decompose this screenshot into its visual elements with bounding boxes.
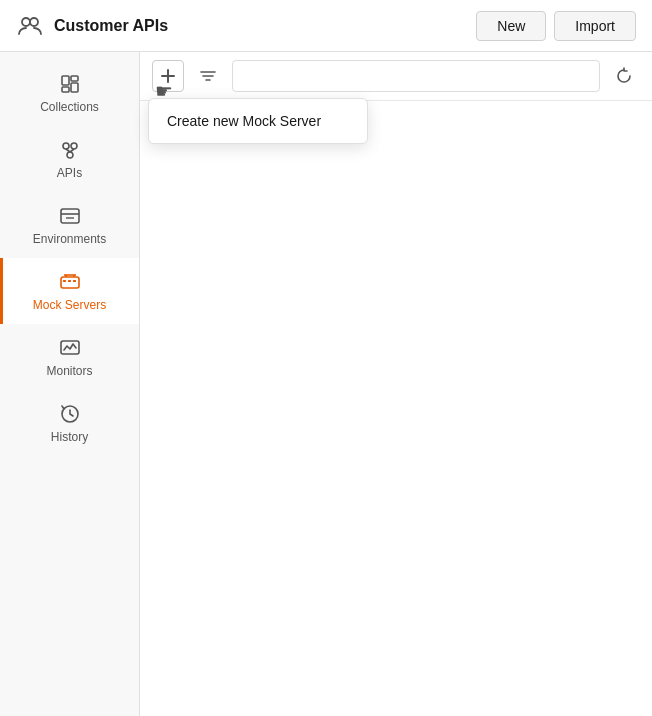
svg-rect-14 xyxy=(61,277,79,288)
avatar-icon xyxy=(16,12,44,40)
apis-icon xyxy=(58,138,82,162)
sidebar-item-collections[interactable]: Collections xyxy=(0,60,139,126)
svg-point-7 xyxy=(71,143,77,149)
sidebar-item-monitors[interactable]: Monitors xyxy=(0,324,139,390)
history-icon xyxy=(58,402,82,426)
header-left: Customer APIs xyxy=(16,12,168,40)
header: Customer APIs New Import xyxy=(0,0,652,52)
monitors-icon xyxy=(58,336,82,360)
header-buttons: New Import xyxy=(476,11,636,41)
main-layout: Collections APIs xyxy=(0,52,652,716)
sidebar-item-environments-label: Environments xyxy=(33,232,106,246)
environments-icon xyxy=(58,204,82,228)
sidebar-item-history[interactable]: History xyxy=(0,390,139,456)
svg-rect-17 xyxy=(73,280,76,282)
refresh-button[interactable] xyxy=(608,60,640,92)
svg-rect-15 xyxy=(63,280,66,282)
new-button[interactable]: New xyxy=(476,11,546,41)
search-input[interactable] xyxy=(232,60,600,92)
svg-rect-2 xyxy=(62,76,69,85)
svg-rect-3 xyxy=(62,87,69,92)
add-button[interactable]: ☛ xyxy=(152,60,184,92)
svg-rect-4 xyxy=(71,76,78,81)
svg-point-6 xyxy=(63,143,69,149)
sidebar-item-mock-servers-label: Mock Servers xyxy=(33,298,106,312)
svg-point-8 xyxy=(67,152,73,158)
dropdown-popup: Create new Mock Server xyxy=(148,98,368,144)
mock-servers-icon xyxy=(58,270,82,294)
svg-rect-16 xyxy=(68,280,71,282)
sidebar-item-apis[interactable]: APIs xyxy=(0,126,139,192)
workspace-title: Customer APIs xyxy=(54,17,168,35)
content-area: ☛ Create new Mock Server xyxy=(140,52,652,716)
svg-point-0 xyxy=(22,18,30,26)
toolbar: ☛ Create new Mock Server xyxy=(140,52,652,101)
sidebar-item-monitors-label: Monitors xyxy=(46,364,92,378)
svg-rect-5 xyxy=(71,83,78,92)
svg-point-1 xyxy=(30,18,38,26)
svg-line-10 xyxy=(70,149,74,152)
sidebar-item-history-label: History xyxy=(51,430,88,444)
svg-line-9 xyxy=(66,149,70,152)
sidebar-item-mock-servers[interactable]: Mock Servers xyxy=(0,258,139,324)
sidebar-item-environments[interactable]: Environments xyxy=(0,192,139,258)
filter-button[interactable] xyxy=(192,60,224,92)
sidebar-item-apis-label: APIs xyxy=(57,166,82,180)
import-button[interactable]: Import xyxy=(554,11,636,41)
collections-icon xyxy=(58,72,82,96)
sidebar-item-collections-label: Collections xyxy=(40,100,99,114)
create-new-mock-server-item[interactable]: Create new Mock Server xyxy=(149,103,367,139)
svg-rect-11 xyxy=(61,209,79,223)
sidebar: Collections APIs xyxy=(0,52,140,716)
